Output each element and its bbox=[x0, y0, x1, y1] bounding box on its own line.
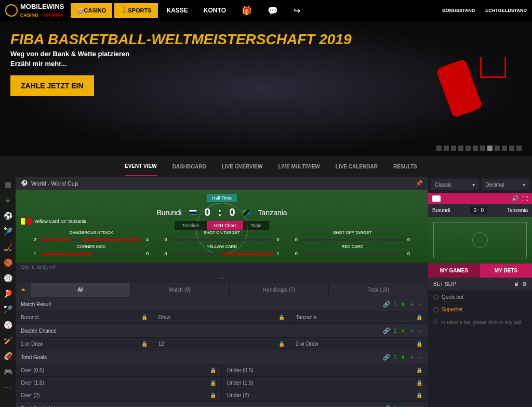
pager-dot[interactable] bbox=[495, 146, 500, 151]
info-icon[interactable]: $ bbox=[400, 327, 407, 334]
radio-icon[interactable] bbox=[433, 295, 438, 300]
side-tabletennis-icon[interactable]: 🏓 bbox=[0, 286, 16, 301]
calculator-icon[interactable]: 🖩 bbox=[514, 281, 519, 287]
side-baseball-icon[interactable]: ⚾ bbox=[0, 317, 16, 333]
filter-handicaps[interactable]: Handicaps (7) bbox=[230, 283, 329, 297]
side-football-icon[interactable]: ⚽ bbox=[0, 208, 16, 224]
pager-dot[interactable] bbox=[509, 146, 514, 151]
pager-dot[interactable] bbox=[458, 146, 463, 151]
link-icon[interactable]: 🔗 bbox=[383, 354, 390, 361]
filter-match[interactable]: Match (9) bbox=[130, 283, 230, 297]
tab-event-view[interactable]: EVENT VIEW bbox=[125, 157, 157, 176]
pager-dot[interactable] bbox=[466, 146, 471, 151]
outcome-over-15[interactable]: Over (1.5)🔒 bbox=[16, 377, 222, 389]
my-games-tab[interactable]: MY GAMES bbox=[428, 264, 480, 278]
tab-results[interactable]: RESULTS bbox=[393, 157, 417, 176]
hero-banner: FIBA BASKETBALL-WELTMEISTERSCHAFT 2019 W… bbox=[0, 21, 532, 156]
side-basketball-icon[interactable]: 🏀 bbox=[0, 255, 16, 270]
link-icon[interactable]: 🔗 bbox=[383, 327, 390, 334]
gift-icon[interactable]: 🎁 bbox=[242, 6, 252, 16]
pager-dot[interactable] bbox=[502, 146, 507, 151]
star-icon[interactable]: ★ bbox=[410, 355, 415, 360]
casino-nav-button[interactable]: 🎰 CASINO bbox=[71, 3, 113, 18]
sports-nav-button[interactable]: 🏃 SPORTS bbox=[114, 3, 157, 18]
tab-live-calendar[interactable]: LIVE CALENDAR bbox=[336, 157, 378, 176]
my-bets-tab[interactable]: MY BETS bbox=[480, 264, 532, 278]
tab-live-overview[interactable]: LIVE OVERVIEW bbox=[222, 157, 263, 176]
side-more-icon[interactable]: ⋯ bbox=[0, 379, 16, 395]
side-cricket-icon[interactable]: 🏏 bbox=[0, 333, 16, 348]
chat-icon[interactable]: 💬 bbox=[268, 6, 278, 16]
timeline-tab[interactable]: Timeline bbox=[175, 221, 207, 230]
chevron-up-icon[interactable]: ︿ bbox=[418, 353, 423, 361]
pager-dot[interactable] bbox=[451, 146, 456, 151]
radio-icon[interactable] bbox=[433, 307, 438, 312]
info-icon[interactable]: $ bbox=[400, 353, 407, 361]
side-esports-icon[interactable]: 🎮 bbox=[0, 364, 16, 379]
odds-format-dropdown[interactable]: Decimal▾ bbox=[482, 179, 530, 190]
outcome-burundi[interactable]: Burundi🔒 bbox=[16, 311, 153, 323]
tab-live-multiview[interactable]: LIVE MULTIVIEW bbox=[278, 157, 320, 176]
star-icon[interactable]: ★ bbox=[410, 328, 415, 334]
outcome-over-2[interactable]: Over (2)🔒 bbox=[16, 389, 222, 401]
lock-icon: 🔒 bbox=[278, 341, 285, 347]
side-tennis-icon[interactable]: 🎾 bbox=[0, 224, 16, 239]
pin-icon[interactable]: 📌 bbox=[416, 180, 423, 187]
sound-icon[interactable]: 🔊 bbox=[512, 195, 519, 202]
logout-icon[interactable]: ↪ bbox=[294, 6, 300, 16]
tab-dashboard[interactable]: DASHBOARD bbox=[172, 157, 206, 176]
chevron-up-icon[interactable]: ︿ bbox=[418, 300, 423, 308]
info-icon[interactable]: $ bbox=[400, 300, 407, 308]
pager-dot[interactable] bbox=[473, 146, 478, 151]
filter-all[interactable]: All bbox=[31, 283, 130, 297]
pager-dot[interactable] bbox=[516, 146, 522, 151]
market-double-chance[interactable]: Double Chance 🔗1$★︿ bbox=[16, 323, 428, 337]
pager-dot-active[interactable] bbox=[487, 146, 493, 151]
outcome-tanzania[interactable]: Tanzania🔒 bbox=[290, 311, 428, 323]
outcome-under-15[interactable]: Under (1.5)🔒 bbox=[222, 377, 428, 389]
market-total-goals[interactable]: Total Goals 🔗1$★︿ bbox=[16, 350, 428, 364]
pager-dot[interactable] bbox=[444, 146, 449, 151]
logo[interactable]: MOBILEWINS CASINO · SPORTS bbox=[5, 3, 64, 18]
outcome-12[interactable]: 12🔒 bbox=[153, 338, 291, 350]
market-total-goals-asian[interactable]: Total Goals Asian 🔗1$★︿ bbox=[16, 401, 428, 407]
outcome-draw[interactable]: Draw🔒 bbox=[153, 311, 291, 323]
settings-icon[interactable]: ⚙ bbox=[522, 281, 527, 287]
h2h-chart-tab[interactable]: H2H Chart bbox=[207, 221, 244, 230]
expand-icon[interactable]: ⛶ bbox=[522, 195, 528, 202]
outcome-2-or-draw[interactable]: 2 or Draw🔒 bbox=[290, 338, 428, 350]
kasse-link[interactable]: KASSE bbox=[167, 7, 188, 14]
lock-icon: 🔒 bbox=[210, 367, 216, 373]
pager-dot[interactable] bbox=[480, 146, 485, 151]
side-menu-icon[interactable]: ▦ bbox=[0, 177, 16, 192]
side-badminton-icon[interactable]: 🏸 bbox=[0, 301, 16, 317]
side-american-football-icon[interactable]: 🏈 bbox=[0, 348, 16, 364]
favorite-star-icon[interactable]: ★ bbox=[21, 286, 26, 293]
outcome-under-2[interactable]: Under (2)🔒 bbox=[222, 389, 428, 401]
filter-total[interactable]: Total (18) bbox=[329, 283, 428, 297]
side-list-icon[interactable]: ≡ bbox=[0, 192, 16, 208]
konto-link[interactable]: KONTO bbox=[204, 7, 226, 14]
outcome-1-or-draw[interactable]: 1 or Draw🔒 bbox=[16, 338, 153, 350]
red-card-icon bbox=[28, 218, 32, 225]
outcome-over-05[interactable]: Over (0.5)🔒 bbox=[16, 364, 222, 376]
side-hockey-icon[interactable]: 🏒 bbox=[0, 239, 16, 255]
table-tab[interactable]: Table bbox=[243, 221, 269, 230]
quickbet-option[interactable]: Quick bet bbox=[428, 291, 532, 303]
chevron-up-icon[interactable]: ︿ bbox=[418, 405, 423, 407]
link-icon[interactable]: 🔗 bbox=[383, 405, 390, 408]
market-match-result[interactable]: Match Result 🔗1$★︿ bbox=[16, 297, 428, 311]
superbet-option[interactable]: Superbet bbox=[428, 303, 532, 316]
link-icon[interactable]: 🔗 bbox=[383, 301, 390, 308]
collapse-button[interactable]: ︿ bbox=[16, 272, 428, 283]
view-mode-dropdown[interactable]: Classic▾ bbox=[431, 179, 479, 190]
chevron-up-icon[interactable]: ︿ bbox=[418, 327, 423, 334]
side-volleyball-icon[interactable]: 🏐 bbox=[0, 270, 16, 286]
star-icon[interactable]: ★ bbox=[410, 301, 415, 307]
outcome-under-05[interactable]: Under (0.5)🔒 bbox=[222, 364, 428, 376]
deposit-button[interactable]: ZAHLE JETZT EIN bbox=[10, 75, 94, 96]
pager-dot[interactable] bbox=[436, 146, 442, 151]
real-balance[interactable]: ECHTGELDSTAND bbox=[485, 8, 527, 13]
info-icon[interactable]: $ bbox=[400, 405, 407, 407]
bonus-balance[interactable]: BONUSSTAND bbox=[442, 8, 475, 13]
